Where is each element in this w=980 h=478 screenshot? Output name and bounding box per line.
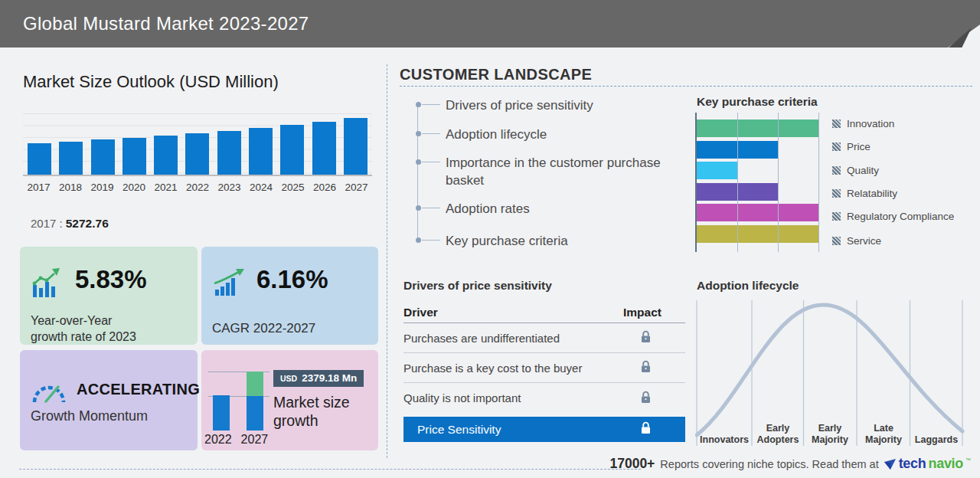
currency-label: USD (280, 374, 297, 383)
customer-landscape-item: Key purchase criteria (446, 233, 568, 250)
customer-landscape-list: Drivers of price sensitivityAdoption lif… (413, 92, 697, 257)
year-tick-label: 2027 (341, 182, 372, 193)
adoption-stage-label: Laggards (910, 434, 963, 446)
list-connector-line (417, 103, 418, 241)
year-tick-label: 2021 (150, 182, 181, 193)
legend-swatch-icon (832, 237, 841, 245)
legend-label: Innovation (847, 118, 894, 129)
base-year-stat: 2017 :5272.76 (31, 217, 109, 231)
market-size-bar (28, 143, 51, 175)
driver-label: Quality is not important (403, 391, 521, 404)
mini-bar-2022 (213, 395, 230, 431)
impact-lock (638, 330, 653, 345)
base-year-value: 5272.76 (66, 217, 109, 230)
legend-swatch-icon (832, 189, 841, 198)
adoption-stage-label: Early Adopters (751, 423, 805, 446)
momentum-card: ACCELERATING Growth Momentum (20, 350, 198, 450)
year-tick-label: 2018 (55, 182, 87, 193)
growth-amount: 2379.18 Mn (302, 372, 357, 384)
market-growth-card: 2022 2027 USD 2379.18 Mn Market size gro… (201, 350, 378, 450)
legend-item: Regulatory Compliance (832, 211, 954, 222)
footer: 17000+ Reports covering niche topics. Re… (609, 456, 971, 472)
price-sensitivity-table: Driver Impact Purchases are undifferenti… (403, 302, 685, 442)
mini-bar-2027-growth (247, 372, 263, 396)
table-row: Purchases are undifferentiated (403, 323, 685, 353)
lock-icon (641, 360, 651, 373)
section-underline (400, 86, 972, 87)
list-connector-dash (422, 162, 440, 162)
impact-lock (638, 360, 653, 375)
vertical-divider (387, 64, 387, 458)
yoy-growth-label: Year-over-Year growth rate of 2023 (31, 313, 136, 345)
market-size-bar (312, 122, 336, 175)
year-tick-label: 2025 (277, 182, 309, 193)
impact-column-header: Impact (621, 306, 664, 319)
cagr-trend-icon (214, 268, 246, 297)
key-purchase-bar (697, 204, 818, 221)
key-purchase-bar (697, 225, 818, 243)
market-size-bar (154, 136, 178, 175)
mini-bar-2027-base (247, 396, 263, 431)
year-tick-label: 2023 (214, 182, 245, 193)
list-bullet-icon (416, 131, 421, 136)
market-size-title: Market Size Outlook (USD Million) (23, 72, 279, 92)
legend-item: Relatability (832, 188, 897, 199)
adoption-lifecycle-title: Adoption lifecycle (697, 279, 799, 293)
table-row: Purchase is a key cost to the buyer (403, 353, 685, 383)
list-bullet-icon (416, 237, 421, 243)
legend-label: Regulatory Compliance (847, 211, 954, 222)
year-tick-label: 2024 (246, 182, 277, 193)
key-purchase-legend: InnovationPriceQualityRelatabilityRegula… (832, 113, 980, 252)
lock-icon (641, 421, 651, 434)
market-size-bar (91, 139, 115, 175)
momentum-value: ACCELERATING (77, 381, 200, 398)
market-size-bar (59, 142, 83, 175)
lock-icon (641, 391, 651, 404)
report-count: 17000+ (609, 456, 655, 472)
legend-item: Price (832, 141, 871, 152)
cagr-value: 6.16% (256, 265, 328, 294)
impact-lock (638, 391, 653, 406)
technavio-arrow-icon (884, 458, 897, 470)
header-bar: Global Mustard Market 2023-2027 (0, 0, 980, 47)
market-size-bar (280, 125, 304, 175)
adoption-stage-label: Early Majority (803, 423, 857, 446)
customer-landscape-item: Adoption rates (446, 201, 530, 218)
adoption-stage-label: Late Majority (857, 423, 910, 446)
list-connector-dash (422, 208, 440, 208)
price-sensitivity-highlight-row: Price Sensitivity (403, 417, 685, 442)
bar-growth-icon (32, 267, 61, 299)
adoption-stage-label: Innovators (697, 434, 751, 446)
year-tick-label: 2017 (23, 182, 54, 193)
market-size-bar (185, 133, 209, 175)
legend-label: Relatability (847, 188, 897, 199)
adoption-lifecycle-chart: InnovatorsEarly AdoptersEarly MajorityLa… (695, 297, 966, 448)
lock-icon (641, 330, 651, 343)
customer-landscape-item: Importance in the customer purchase bask… (446, 155, 694, 190)
legend-swatch-icon (832, 212, 841, 221)
key-purchase-bar (697, 120, 818, 137)
mini-year-end: 2027 (241, 433, 269, 447)
market-size-bar-chart (23, 109, 372, 176)
base-year-label: 2017 : (31, 217, 63, 230)
technavio-logo[interactable]: technavio ™ (884, 456, 971, 472)
speedometer-icon (31, 378, 67, 407)
key-purchase-bar (697, 162, 737, 179)
price-sensitivity-title: Drivers of price sensitivity (403, 279, 552, 293)
growth-mini-chart (208, 368, 270, 431)
trademark-mark: ™ (965, 457, 971, 463)
legend-item: Innovation (832, 118, 894, 129)
cagr-label: CAGR 2022-2027 (212, 320, 315, 337)
legend-label: Service (847, 235, 881, 247)
growth-label: Market size growth (273, 393, 350, 431)
growth-amount-badge: USD 2379.18 Mn (273, 370, 364, 387)
key-purchase-chart (695, 113, 820, 252)
footer-text: Reports covering niche topics. Read them… (660, 458, 878, 470)
customer-landscape-item: Adoption lifecycle (446, 126, 547, 144)
list-bullet-icon (416, 102, 421, 107)
market-size-bar (122, 138, 146, 175)
page-title: Global Mustard Market 2023-2027 (23, 13, 309, 34)
legend-item: Quality (832, 165, 879, 176)
list-connector-dash (422, 133, 440, 134)
market-size-year-axis: 2017201820192020202120222023202420252026… (23, 182, 372, 193)
